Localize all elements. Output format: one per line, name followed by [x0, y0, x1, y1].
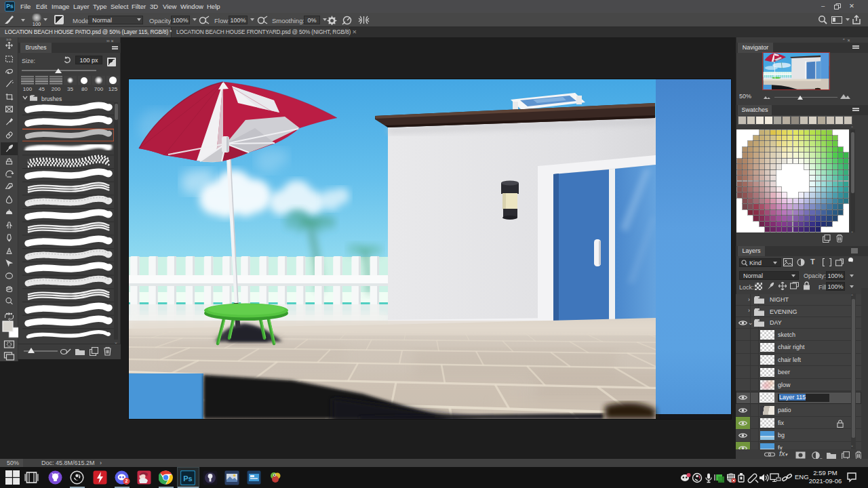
svg-text:»»: »» — [6, 37, 12, 42]
svg-text:2: 2 — [125, 479, 128, 483]
svg-text:Ps: Ps — [183, 474, 192, 483]
